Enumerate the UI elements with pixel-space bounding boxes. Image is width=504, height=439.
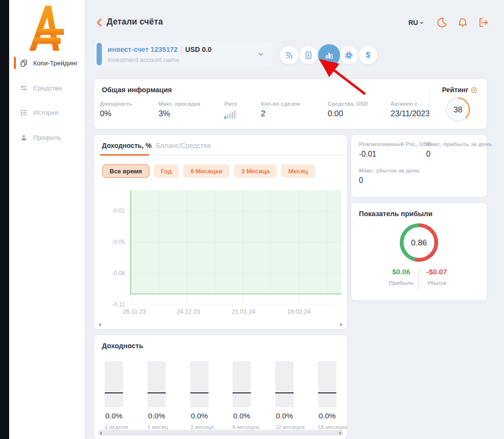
gear-icon [344, 51, 353, 60]
transfer-icon [20, 84, 28, 92]
svg-text:24.12.23: 24.12.23 [177, 308, 200, 315]
pnl-card: Реализованный PnL, USD -0.01 Макс. прибы… [351, 135, 487, 197]
sidebar: Копи-Трейдинг Средства История Профиль [9, 0, 85, 439]
account-selector[interactable]: инвест-счет 1235172|USD 0.0 Investment a… [94, 41, 272, 67]
overview-title: Общая информация [102, 86, 172, 94]
dollar-icon: $ [366, 50, 370, 60]
realized-pnl: Реализованный PnL, USD -0.01 [359, 141, 431, 159]
logout-icon[interactable] [478, 17, 489, 28]
bar [105, 361, 123, 407]
back-button[interactable] [95, 17, 104, 28]
returns-title: Доходность [102, 342, 143, 350]
area-fill [131, 190, 341, 294]
returns-card: Доходность 0.0% 1 неделя 0.0% 1 месяц 0.… [94, 335, 347, 439]
signal-bars-icon [224, 110, 237, 119]
sidebar-item-history[interactable]: История [9, 105, 85, 120]
return-bar-1w: 0.0% 1 неделя [105, 361, 123, 430]
svg-text:-0.02: -0.02 [112, 207, 125, 214]
return-bar-12m: 0.0% 12 месяцев [275, 361, 294, 430]
svg-text:-0.11: -0.11 [112, 301, 125, 308]
returns-horizontal-scrollbar[interactable] [98, 430, 343, 436]
main-content: Детали счёта RU инвест-счет 1235172|USD … [85, 0, 504, 439]
max-daily-loss: Макс. убыток за день 0 [359, 168, 419, 185]
rss-icon [285, 51, 294, 60]
copy-icon [20, 59, 28, 67]
sidebar-item-label: История [33, 109, 58, 116]
scroll-left-icon[interactable] [98, 323, 101, 327]
overview-card: Общая информация Доходность 0% Макс. про… [94, 79, 487, 129]
filter-year[interactable]: Год [154, 164, 179, 178]
tab-balance-funds[interactable]: Баланс/Средства [156, 142, 211, 149]
chevron-down-icon[interactable] [258, 51, 264, 58]
active-tab-underline [100, 154, 149, 156]
filter-month[interactable]: Месяц [281, 164, 315, 178]
scroll-right-icon[interactable] [340, 323, 343, 327]
app-logo [27, 6, 65, 51]
account-color-pill [97, 43, 102, 65]
document-icon [304, 51, 313, 60]
settings-button[interactable] [340, 46, 358, 64]
svg-text:-0.08: -0.08 [112, 270, 125, 277]
filter-3-months[interactable]: 3 Месяца [234, 164, 277, 178]
stat-active-since: Активен с 23/11/2023 [391, 101, 430, 118]
sidebar-item-profile[interactable]: Профиль [9, 130, 85, 145]
rss-button[interactable] [280, 46, 298, 64]
page-title: Детали счёта [107, 17, 163, 27]
profit-indicator-title: Показатель прибыли [359, 210, 432, 218]
return-bar-6m: 0.0% 6 месяцев [233, 361, 251, 430]
notifications-bell-icon[interactable] [457, 17, 468, 28]
account-title: инвест-счет 1235172|USD 0.0 [108, 46, 211, 53]
tabs: Доходность, % Баланс/Средства [94, 135, 347, 156]
return-area-chart: -0.02 -0.05 -0.08 -0.11 26.11.23 24.12.2… [97, 189, 344, 317]
rating-label: Рейтинг [442, 86, 477, 94]
report-button[interactable] [299, 46, 318, 64]
stat-funds: Средства, USD 0.00 [328, 101, 368, 118]
loss-column: -$0.07 Убыток [415, 268, 458, 286]
rating-value: 38 [454, 106, 462, 114]
bar-chart-icon [324, 50, 334, 60]
profit-indicator-card: Показатель прибыли 0.86 $0.06 Прибыль -$… [351, 203, 487, 300]
language-selector[interactable]: RU [408, 19, 424, 26]
account-subtitle: Investment account name [108, 56, 179, 63]
return-bar-3m: 0.0% 3 месяца [190, 361, 209, 430]
statistics-button[interactable] [318, 44, 340, 66]
theme-toggle-moon-icon[interactable] [436, 17, 448, 28]
account-name: инвест-счет 1235172 [108, 46, 178, 53]
zero-line [105, 392, 123, 393]
sidebar-item-copy-trading[interactable]: Копи-Трейдинг [9, 56, 85, 70]
chart-horizontal-scrollbar[interactable] [97, 321, 344, 327]
profit-ratio: 0.86 [411, 238, 427, 247]
filter-all-time[interactable]: Все время [102, 164, 149, 178]
sidebar-item-label: Профиль [33, 134, 61, 141]
info-icon[interactable] [471, 87, 477, 93]
profit-loss-donut: 0.86 [396, 220, 442, 266]
sidebar-item-funds[interactable]: Средства [9, 81, 85, 95]
stat-risk: Риск [224, 101, 237, 119]
language-label: RU [408, 19, 418, 26]
active-indicator [14, 57, 16, 69]
max-daily-profit: Макс. прибыль за день 0 [426, 141, 492, 159]
svg-text:-0.05: -0.05 [112, 239, 125, 245]
performance-card: Доходность, % Баланс/Средства Все время … [94, 135, 347, 329]
period-filters: Все время Год 6 Месяцев 3 Месяца Месяц [102, 164, 315, 178]
user-icon [20, 134, 28, 142]
account-balance: USD 0.0 [185, 46, 212, 53]
account-action-buttons: $ [280, 44, 378, 66]
stat-max-drawdown: Макс. просадка 3% [159, 101, 200, 118]
stat-return: Доходность 0% [100, 101, 132, 118]
separator: | [178, 46, 185, 53]
return-bar-18m: 0.0% 18 месяцев [318, 361, 336, 430]
divider [429, 87, 430, 122]
svg-text:21.01.24: 21.01.24 [232, 308, 256, 315]
svg-text:18.02.24: 18.02.24 [287, 308, 311, 315]
filter-6-months[interactable]: 6 Месяцев [183, 164, 230, 178]
left-edge-strip [0, 0, 9, 439]
sidebar-item-label: Копи-Трейдинг [33, 60, 78, 67]
stat-trades-count: Кол-во сделок 2 [261, 101, 300, 118]
payments-button[interactable]: $ [359, 46, 377, 64]
tab-return-percent[interactable]: Доходность, % [102, 142, 151, 149]
svg-text:26.11.23: 26.11.23 [123, 308, 146, 315]
scroll-right-icon[interactable] [339, 431, 342, 435]
sidebar-item-label: Средства [33, 85, 62, 92]
scroll-left-icon[interactable] [99, 431, 102, 435]
